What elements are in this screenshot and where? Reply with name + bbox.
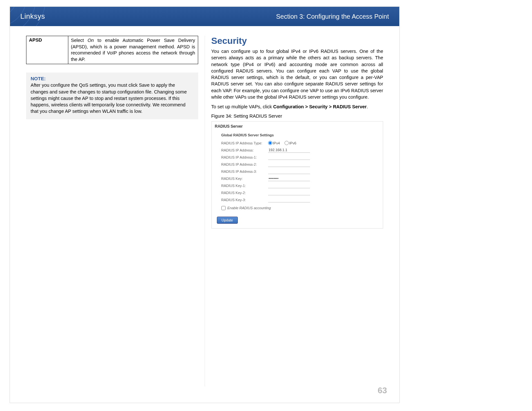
apsd-label: APSD (26, 36, 68, 64)
radius-addr1-row: RADIUS IP Address-1: (212, 154, 383, 161)
note-title: NOTE: (31, 76, 194, 81)
radius-accounting-label: Enable RADIUS accounting (227, 206, 271, 210)
radius-type-row: RADIUS IP Address Type: IPv4 IPv6 (212, 140, 383, 147)
radius-key3-row: RADIUS Key-3: (212, 196, 383, 203)
radius-addr-label: RADIUS IP Address: (221, 148, 268, 152)
radius-key-input[interactable] (268, 176, 310, 181)
update-button[interactable]: Update (217, 217, 238, 224)
apsd-description: Select On to enable Automatic Power Save… (68, 36, 198, 64)
radius-key3-label: RADIUS Key-3: (221, 198, 268, 202)
apsd-desc-prefix: Select (71, 38, 88, 43)
para2-prefix: To set up multiple VAPs, click (211, 104, 273, 109)
table-row: APSD Select On to enable Automatic Power… (26, 36, 198, 64)
ipv4-radio[interactable] (268, 141, 272, 145)
radius-panel-title: RADIUS Server (212, 122, 383, 130)
radius-addr2-label: RADIUS IP Address-2: (221, 162, 268, 166)
header-band: Linksys Section 3: Configuring the Acces… (10, 7, 399, 26)
radius-addr3-label: RADIUS IP Address-3: (221, 170, 268, 173)
radius-subtitle: Global RADIUS Server Settings (212, 130, 383, 140)
brand-name: Linksys (20, 12, 45, 21)
radius-addr-input[interactable] (268, 148, 310, 153)
content-area: APSD Select On to enable Automatic Power… (10, 26, 399, 387)
figure-caption: Figure 34: Setting RADIUS Server (211, 113, 383, 119)
radius-addr2-input[interactable] (268, 162, 310, 167)
radius-addr-row: RADIUS IP Address: (212, 147, 383, 154)
radius-button-row: Update (212, 213, 383, 228)
radius-key2-input[interactable] (268, 190, 310, 195)
apsd-table: APSD Select On to enable Automatic Power… (26, 36, 198, 64)
radius-accounting-checkbox[interactable] (221, 206, 226, 210)
radius-key2-row: RADIUS Key-2: (212, 189, 383, 196)
para2-breadcrumb: Configuration > Security > RADIUS Server (273, 104, 367, 109)
radius-key1-row: RADIUS Key-1: (212, 182, 383, 189)
security-para-1: You can configure up to four global IPv4… (211, 48, 383, 100)
radius-addr3-input[interactable] (268, 169, 310, 174)
section-title: Section 3: Configuring the Access Point (276, 13, 389, 20)
radius-addr1-input[interactable] (268, 155, 310, 160)
radius-accounting-row: Enable RADIUS accounting (212, 203, 383, 213)
note-body: After you configure the QoS settings, yo… (31, 82, 194, 114)
radius-type-label: RADIUS IP Address Type: (221, 141, 268, 145)
radius-key1-label: RADIUS Key-1: (221, 184, 268, 188)
radius-key-label: RADIUS Key: (221, 177, 268, 181)
security-heading: Security (211, 36, 383, 46)
ipv6-radio[interactable] (285, 141, 289, 145)
right-column: Security You can configure up to four gl… (205, 36, 390, 387)
radius-key-row: RADIUS Key: (212, 175, 383, 182)
radius-addr1-label: RADIUS IP Address-1: (221, 155, 268, 159)
document-page: Linksys Section 3: Configuring the Acces… (10, 6, 400, 403)
radius-addr3-row: RADIUS IP Address-3: (212, 168, 383, 175)
radius-key2-label: RADIUS Key-2: (221, 191, 268, 195)
radius-key1-input[interactable] (268, 183, 310, 188)
note-box: NOTE: After you configure the QoS settin… (26, 73, 198, 119)
para2-suffix: . (367, 104, 368, 109)
security-para-2: To set up multiple VAPs, click Configura… (211, 103, 383, 110)
ipv6-label: IPv6 (289, 141, 296, 145)
page-number: 63 (378, 386, 387, 396)
radius-key3-input[interactable] (268, 197, 310, 202)
radius-server-figure: RADIUS Server Global RADIUS Server Setti… (211, 121, 383, 229)
apsd-desc-em: On (88, 38, 94, 43)
radius-addr2-row: RADIUS IP Address-2: (212, 161, 383, 168)
left-column: APSD Select On to enable Automatic Power… (20, 36, 205, 387)
ipv4-label: IPv4 (273, 141, 280, 145)
